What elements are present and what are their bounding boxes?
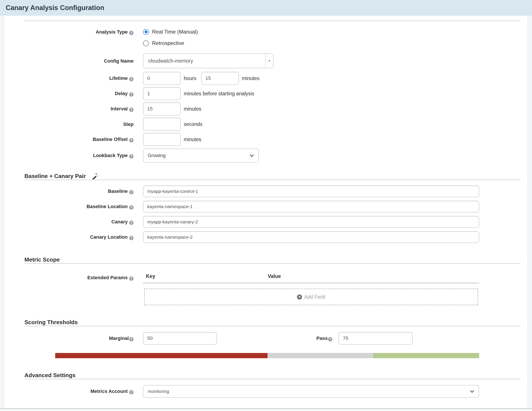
value-column-header: Value xyxy=(268,273,281,279)
caret-down-icon[interactable]: ▼ xyxy=(265,54,273,68)
marginal-label: Marginal? xyxy=(24,335,133,341)
help-icon[interactable]: ? xyxy=(129,190,133,194)
baseline-label: Baseline? xyxy=(24,188,133,194)
extended-params-header: Key Value xyxy=(143,273,479,283)
delay-input[interactable] xyxy=(143,87,181,100)
lifetime-label: Lifetime? xyxy=(24,75,133,81)
help-icon[interactable]: ? xyxy=(328,337,332,341)
divider xyxy=(24,326,521,326)
metrics-account-select[interactable]: monitoring xyxy=(143,385,479,398)
baseline-canary-pair-heading: Baseline + Canary Pair xyxy=(24,173,521,179)
delay-unit-label: minutes before starting analysis xyxy=(184,91,254,97)
lifetime-hours-input[interactable] xyxy=(143,72,181,85)
hours-unit-label: hours xyxy=(184,75,196,81)
canary-location-field xyxy=(143,231,521,243)
lookback-type-field: Growing xyxy=(143,149,521,162)
analysis-type-row: Analysis Type? Real Time (Manual) Retros… xyxy=(24,28,521,50)
canary-location-label: Canary Location? xyxy=(24,234,133,240)
delay-label: Delay? xyxy=(24,91,133,97)
radio-selected-icon[interactable] xyxy=(143,29,149,35)
chevron-down-icon xyxy=(250,153,254,157)
baseline-offset-unit-label: minutes xyxy=(184,137,201,142)
interval-input[interactable] xyxy=(143,102,181,115)
canary-location-row: Canary Location? xyxy=(24,231,521,243)
chevron-down-icon xyxy=(470,389,474,393)
canary-label: Canary? xyxy=(24,219,133,225)
radio-retrospective[interactable]: Retrospective xyxy=(143,39,521,47)
pass-input[interactable] xyxy=(338,332,413,345)
baseline-offset-row: Baseline Offset? minutes xyxy=(24,133,521,146)
pass-group: Pass? xyxy=(316,332,413,345)
step-input[interactable] xyxy=(143,118,181,131)
help-icon[interactable]: ? xyxy=(129,31,133,35)
baseline-input[interactable] xyxy=(143,186,479,197)
divider xyxy=(24,20,521,21)
help-icon[interactable]: ? xyxy=(129,77,133,81)
baseline-offset-label: Baseline Offset? xyxy=(24,136,133,142)
baseline-offset-input[interactable] xyxy=(143,133,181,146)
radio-real-time-manual[interactable]: Real Time (Manual) xyxy=(143,28,521,36)
canary-input[interactable] xyxy=(143,216,479,228)
threshold-bar-pass-segment xyxy=(373,353,479,358)
analysis-type-label: Analysis Type? xyxy=(24,28,133,50)
config-name-row: Config Name cloudwatch-memory ▼ xyxy=(24,54,521,68)
lookback-type-select[interactable]: Growing xyxy=(143,149,259,162)
lifetime-minutes-input[interactable] xyxy=(201,72,239,85)
baseline-location-label: Baseline Location? xyxy=(24,204,133,210)
config-name-value[interactable]: cloudwatch-memory xyxy=(143,54,265,68)
help-icon[interactable]: ? xyxy=(129,276,133,281)
metrics-account-field: monitoring xyxy=(143,385,521,398)
minutes-unit-label: minutes xyxy=(242,75,260,81)
interval-row: Interval? minutes xyxy=(24,102,521,115)
lifetime-row: Lifetime? hours minutes xyxy=(24,72,521,85)
delay-row: Delay? minutes before starting analysis xyxy=(24,87,521,100)
lifetime-field: hours minutes xyxy=(143,72,521,85)
interval-field: minutes xyxy=(143,102,521,115)
lookback-type-value: Growing xyxy=(148,153,166,158)
config-name-combobox[interactable]: cloudwatch-memory ▼ xyxy=(143,54,274,68)
help-icon[interactable]: ? xyxy=(129,138,133,142)
step-unit-label: seconds xyxy=(184,121,202,127)
canary-location-input[interactable] xyxy=(143,231,479,243)
plus-circle-icon: + xyxy=(297,295,302,299)
canary-row: Canary? xyxy=(24,216,521,228)
help-icon[interactable]: ? xyxy=(129,108,133,112)
config-name-label: Config Name xyxy=(24,58,133,64)
step-field: seconds xyxy=(143,118,521,131)
help-icon[interactable]: ? xyxy=(129,154,133,159)
baseline-field xyxy=(143,186,521,197)
scoring-thresholds-heading: Scoring Thresholds xyxy=(24,319,521,326)
section-header: Canary Analysis Configuration xyxy=(0,0,532,16)
analysis-type-options: Real Time (Manual) Retrospective xyxy=(143,28,521,50)
baseline-location-input[interactable] xyxy=(143,201,479,213)
threshold-bar-middle-segment xyxy=(267,353,373,358)
help-icon[interactable]: ? xyxy=(129,390,133,394)
bottom-section-edge xyxy=(0,408,532,411)
interval-unit-label: minutes xyxy=(184,106,201,112)
advanced-settings-heading: Advanced Settings xyxy=(24,372,521,379)
add-field-button[interactable]: + Add Field xyxy=(144,289,478,305)
help-icon[interactable]: ? xyxy=(129,221,133,225)
help-icon[interactable]: ? xyxy=(129,205,133,210)
baseline-offset-field: minutes xyxy=(143,133,521,146)
divider xyxy=(24,179,521,180)
canary-field xyxy=(143,216,521,228)
marginal-input[interactable] xyxy=(143,332,217,345)
help-icon[interactable]: ? xyxy=(129,337,133,341)
canary-config-form: Analysis Type? Real Time (Manual) Retros… xyxy=(24,16,521,398)
help-icon[interactable]: ? xyxy=(129,236,133,240)
threshold-gradient-bar xyxy=(55,353,479,358)
radio-unselected-icon[interactable] xyxy=(143,40,149,46)
thresholds-field: Pass? xyxy=(143,332,521,345)
step-label: Step xyxy=(24,121,133,127)
help-icon[interactable]: ? xyxy=(129,92,133,97)
metrics-account-row: Metrics Account? monitoring xyxy=(24,385,521,398)
baseline-location-row: Baseline Location? xyxy=(24,201,521,213)
metrics-account-label: Metrics Account? xyxy=(24,388,133,394)
lookback-type-label: Lookback Type? xyxy=(24,152,133,159)
metric-scope-heading: Metric Scope xyxy=(24,256,521,263)
content-card: Analysis Type? Real Time (Manual) Retros… xyxy=(5,16,527,411)
baseline-location-field xyxy=(143,201,521,213)
magic-wand-icon[interactable] xyxy=(91,173,98,179)
extended-params-table: Key Value + Add Field xyxy=(143,273,521,305)
